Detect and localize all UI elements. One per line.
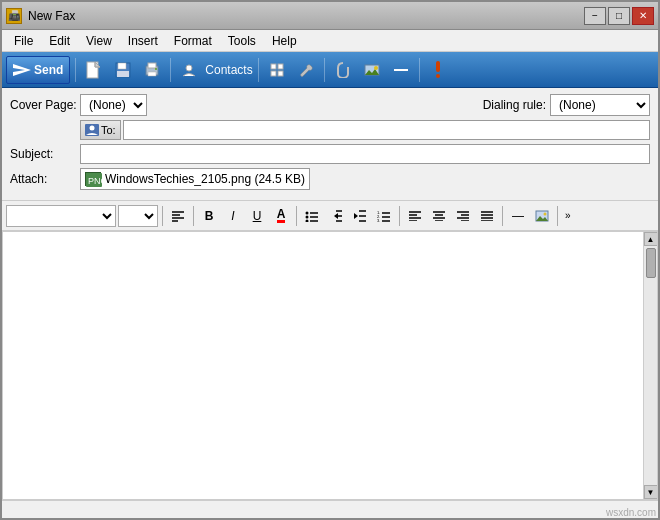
svg-rect-10 (148, 72, 156, 76)
font-select[interactable] (6, 205, 116, 227)
dialing-rule-select[interactable]: (None) (550, 94, 650, 116)
format-toolbar: B I U A (2, 201, 658, 231)
toolbar-separator-4 (324, 58, 325, 82)
svg-rect-16 (278, 71, 283, 76)
fmt-sep-3 (296, 206, 297, 226)
align-left-button[interactable] (167, 205, 189, 227)
menu-help[interactable]: Help (264, 32, 305, 50)
menu-tools[interactable]: Tools (220, 32, 264, 50)
svg-rect-21 (436, 61, 440, 72)
svg-marker-41 (354, 213, 358, 219)
fmt-sep-1 (162, 206, 163, 226)
text-align-center-button[interactable] (428, 205, 450, 227)
text-align-right-button[interactable] (452, 205, 474, 227)
fmt-sep-2 (193, 206, 194, 226)
svg-point-22 (436, 74, 440, 78)
toolbar-separator-3 (258, 58, 259, 82)
subject-row: Subject: (10, 144, 650, 164)
more-options-button[interactable]: » (562, 205, 574, 227)
toolbar-separator-1 (75, 58, 76, 82)
svg-point-68 (544, 212, 547, 215)
menu-format[interactable]: Format (166, 32, 220, 50)
to-input[interactable] (123, 120, 650, 140)
svg-rect-9 (148, 63, 156, 68)
insert-image-button[interactable] (359, 57, 385, 83)
send-button[interactable]: Send (6, 56, 70, 84)
scroll-up-arrow[interactable]: ▲ (644, 232, 658, 246)
attach-row: Attach: PNG WindowsTechies_2105.png (24.… (10, 168, 650, 190)
flag-button[interactable] (425, 57, 451, 83)
print-button[interactable] (139, 57, 165, 83)
scroll-down-arrow[interactable]: ▼ (644, 485, 658, 499)
svg-text:3.: 3. (377, 218, 380, 222)
toolbar-separator-2 (170, 58, 171, 82)
dialing-rule-label: Dialing rule: (483, 98, 546, 112)
minimize-button[interactable]: − (584, 7, 606, 25)
to-button[interactable]: To: (80, 120, 121, 140)
font-size-select[interactable] (118, 205, 158, 227)
svg-point-31 (306, 211, 309, 214)
watermark: wsxdn.com (606, 507, 656, 518)
fmt-sep-5 (502, 206, 503, 226)
menu-bar: File Edit View Insert Format Tools Help (2, 30, 658, 52)
toolbar-separator-5 (419, 58, 420, 82)
svg-point-33 (306, 215, 309, 218)
svg-point-19 (374, 66, 378, 70)
bold-button[interactable]: B (198, 205, 220, 227)
subject-input[interactable] (80, 144, 650, 164)
attach-filename: WindowsTechies_2105.png (24.5 KB) (105, 172, 305, 186)
svg-marker-0 (13, 64, 31, 76)
new-page-button[interactable] (81, 57, 107, 83)
send-icon (13, 62, 31, 78)
separator-insert-button[interactable] (388, 57, 414, 83)
window: 📠 New Fax − □ ✕ File Edit View Insert Fo… (0, 0, 660, 520)
attach-file-icon: PNG (85, 172, 101, 186)
save-button[interactable] (110, 57, 136, 83)
text-align-left-button[interactable] (404, 205, 426, 227)
svg-rect-6 (118, 63, 126, 69)
status-bar (2, 500, 658, 518)
increase-indent-button[interactable] (349, 205, 371, 227)
italic-button[interactable]: I (222, 205, 244, 227)
horizontal-rule-button[interactable]: — (507, 205, 529, 227)
menu-edit[interactable]: Edit (41, 32, 78, 50)
options-button[interactable] (293, 57, 319, 83)
font-color-button[interactable]: A (270, 205, 292, 227)
attach-item: PNG WindowsTechies_2105.png (24.5 KB) (80, 168, 310, 190)
menu-file[interactable]: File (6, 32, 41, 50)
text-align-justify-button[interactable] (476, 205, 498, 227)
fmt-sep-6 (557, 206, 558, 226)
subject-label: Subject: (10, 147, 80, 161)
close-button[interactable]: ✕ (632, 7, 654, 25)
editor-content[interactable] (3, 232, 643, 499)
bullet-list-button[interactable] (301, 205, 323, 227)
cover-page-label: Cover Page: (10, 98, 80, 112)
svg-rect-13 (271, 64, 276, 69)
contacts-small-icon (85, 124, 99, 136)
grid-button[interactable] (264, 57, 290, 83)
cover-page-select[interactable]: (None) (80, 94, 147, 116)
attach-label: Attach: (10, 172, 80, 186)
vertical-scrollbar[interactable]: ▲ ▼ (643, 232, 657, 499)
scroll-thumb[interactable] (646, 248, 656, 278)
contacts-label[interactable]: Contacts (205, 63, 252, 77)
contacts-button[interactable] (176, 57, 202, 83)
svg-point-35 (306, 219, 309, 222)
maximize-button[interactable]: □ (608, 7, 630, 25)
svg-text:PNG: PNG (88, 176, 102, 186)
insert-object-button[interactable] (531, 205, 553, 227)
underline-button[interactable]: U (246, 205, 268, 227)
svg-rect-7 (117, 71, 129, 77)
window-controls: − □ ✕ (584, 7, 654, 25)
svg-point-11 (155, 68, 157, 70)
toolbar: Send (2, 52, 658, 88)
menu-view[interactable]: View (78, 32, 120, 50)
form-area: Cover Page: (None) Dialing rule: (None) (2, 88, 658, 201)
scroll-track (644, 246, 657, 485)
menu-insert[interactable]: Insert (120, 32, 166, 50)
numbered-list-button[interactable]: 1. 2. 3. (373, 205, 395, 227)
attach-button[interactable] (330, 57, 356, 83)
cover-page-row: Cover Page: (None) Dialing rule: (None) (10, 94, 650, 116)
decrease-indent-button[interactable] (325, 205, 347, 227)
svg-rect-15 (271, 71, 276, 76)
